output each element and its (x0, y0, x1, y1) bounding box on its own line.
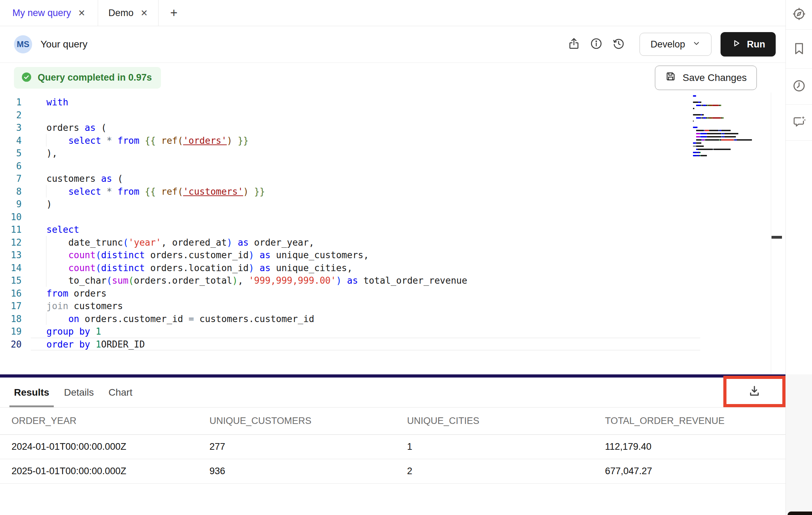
code-line[interactable]: 13 count(distinct orders.customer_id) as… (31, 248, 700, 261)
code-editor[interactable]: 1with23orders as (4 select * from {{ ref… (0, 92, 785, 374)
save-label: Save Changes (682, 72, 747, 83)
table-cell: 2025-01-01T00:00:00.000Z (0, 466, 198, 477)
develop-label: Develop (650, 39, 685, 50)
code-text: join customers (31, 300, 123, 313)
close-icon[interactable]: ✕ (141, 8, 148, 18)
code-text: select * from {{ ref('orders') }} (31, 134, 249, 147)
code-text: select * from {{ ref('customers') }} (31, 185, 265, 198)
tab-results[interactable]: Results (14, 378, 49, 407)
minimap-line (693, 149, 745, 150)
develop-dropdown[interactable]: Develop (640, 33, 711, 56)
table-row: 2024-01-01T00:00:00.000Z2771112,179.40 (0, 435, 785, 459)
code-line[interactable]: 20order by 1ORDER_ID (31, 338, 700, 351)
query-history-button[interactable] (786, 69, 812, 105)
code-lines[interactable]: 1with23orders as (4 select * from {{ ref… (0, 92, 785, 350)
line-number: 7 (0, 172, 22, 185)
minimap[interactable] (693, 95, 745, 158)
app-window: My new query ✕ Demo ✕ + MS Your query (0, 0, 812, 515)
code-line[interactable]: 6 (31, 159, 700, 172)
code-line[interactable]: 1with (31, 96, 700, 109)
minimap-line (693, 108, 745, 109)
results-panel: Results Details Chart ORDER_YEARUNIQUE_C… (0, 378, 785, 515)
code-line[interactable]: 14 count(distinct orders.location_id) as… (31, 261, 700, 274)
line-number: 13 (0, 249, 22, 262)
share-icon (567, 37, 581, 52)
scrollbar-track (771, 92, 771, 374)
minimap-line (693, 105, 745, 106)
code-line[interactable]: 2 (31, 109, 700, 121)
run-label: Run (747, 39, 765, 50)
code-text: from orders (31, 287, 106, 300)
line-number: 14 (0, 262, 22, 275)
tab-my-new-query[interactable]: My new query ✕ (0, 0, 98, 26)
code-line[interactable]: 8 select * from {{ ref('customers') }} (31, 185, 700, 198)
table-header-row: ORDER_YEARUNIQUE_CUSTOMERSUNIQUE_CITIEST… (0, 408, 785, 435)
new-tab-button[interactable]: + (158, 0, 189, 26)
minimap-line (693, 124, 745, 125)
status-message: Query completed in 0.97s (38, 72, 152, 83)
line-number: 18 (0, 313, 22, 326)
download-results-button[interactable] (726, 379, 782, 404)
scrollbar-handle[interactable] (772, 236, 782, 239)
save-icon (665, 71, 676, 84)
results-table: ORDER_YEARUNIQUE_CUSTOMERSUNIQUE_CITIEST… (0, 408, 785, 484)
history-icon (612, 37, 625, 52)
minimap-line (693, 102, 745, 103)
sidebar-lower-area (786, 374, 812, 515)
code-text: date_trunc('year', ordered_at) as order_… (31, 236, 314, 249)
column-header: TOTAL_ORDER_REVENUE (593, 416, 785, 426)
code-line[interactable]: 5), (31, 147, 700, 159)
panel-resize-divider[interactable] (0, 374, 785, 378)
code-line[interactable]: 18 on orders.customer_id = customers.cus… (31, 312, 700, 325)
line-number: 9 (0, 198, 22, 211)
line-number: 20 (0, 338, 22, 351)
code-text: customers as ( (31, 172, 123, 185)
code-line[interactable]: 10 (31, 210, 700, 223)
minimap-line (693, 142, 745, 144)
code-text: ), (31, 147, 57, 160)
window-corner-artifact (788, 512, 812, 515)
close-icon[interactable]: ✕ (78, 8, 86, 18)
line-number: 3 (0, 121, 22, 134)
code-line[interactable]: 19group by 1 (31, 325, 700, 338)
tab-label: Demo (109, 8, 134, 18)
main-pane: My new query ✕ Demo ✕ + MS Your query (0, 0, 785, 515)
ai-assistant-button[interactable] (786, 105, 812, 141)
code-line[interactable]: 11select (31, 223, 700, 236)
explore-button[interactable] (786, 0, 812, 30)
code-line[interactable]: 3orders as ( (31, 121, 700, 134)
minimap-line (693, 120, 745, 122)
line-number: 17 (0, 300, 22, 313)
bookmarks-button[interactable] (786, 30, 812, 69)
query-header: MS Your query (0, 26, 785, 63)
avatar: MS (14, 35, 32, 53)
minimap-line (693, 95, 745, 97)
tab-details[interactable]: Details (64, 378, 94, 407)
line-number: 2 (0, 109, 22, 122)
line-number: 1 (0, 96, 22, 109)
code-line[interactable]: 7customers as ( (31, 172, 700, 185)
share-button[interactable] (563, 33, 585, 55)
code-line[interactable]: 16from orders (31, 287, 700, 300)
history-button[interactable] (607, 33, 630, 55)
table-cell: 2024-01-01T00:00:00.000Z (0, 441, 198, 452)
code-line[interactable]: 12 date_trunc('year', ordered_at) as ord… (31, 236, 700, 249)
code-text: order by 1ORDER_ID (31, 338, 145, 351)
line-number: 16 (0, 287, 22, 300)
minimap-line (693, 127, 745, 128)
run-button[interactable]: Run (721, 32, 776, 57)
tab-chart[interactable]: Chart (109, 378, 132, 407)
tab-demo[interactable]: Demo ✕ (98, 0, 158, 26)
info-button[interactable] (585, 33, 607, 55)
chevron-down-icon (692, 39, 701, 50)
code-line[interactable]: 17join customers (31, 299, 700, 312)
save-changes-button[interactable]: Save Changes (655, 66, 757, 90)
bookmark-icon (792, 41, 806, 57)
code-line[interactable]: 9) (31, 197, 700, 210)
column-header: UNIQUE_CITIES (396, 416, 593, 426)
code-line[interactable]: 15 to_char(sum(orders.order_total), '999… (31, 274, 700, 287)
column-header: ORDER_YEAR (0, 416, 198, 426)
results-tab-bar: Results Details Chart (0, 378, 785, 408)
tab-label: My new query (12, 8, 71, 18)
code-line[interactable]: 4 select * from {{ ref('orders') }} (31, 134, 700, 147)
